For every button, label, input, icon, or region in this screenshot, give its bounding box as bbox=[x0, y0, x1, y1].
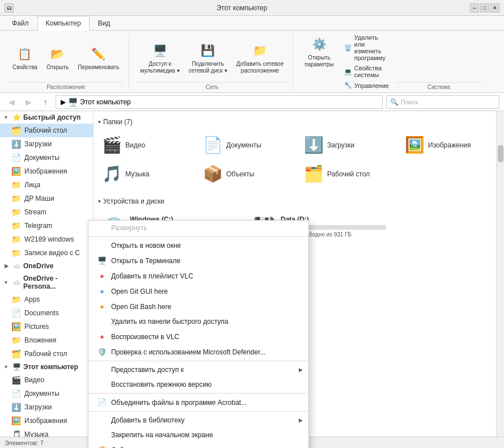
desktop-icon: 🗂️ bbox=[11, 126, 21, 135]
folder-item-downloads[interactable]: ⬇️ Загрузки bbox=[300, 133, 396, 157]
ctx-item-add-archive[interactable]: 📦 Добавить в архив... bbox=[88, 442, 308, 448]
sidebar-item-litsa[interactable]: 📁 Лица bbox=[0, 178, 93, 192]
ribbon-remove-program[interactable]: 🗑️ Удалить или изменить программу bbox=[342, 33, 391, 62]
system-properties-icon: 💻 bbox=[344, 68, 352, 75]
sidebar-item-downloads[interactable]: ⬇️ Загрузки bbox=[0, 137, 93, 151]
ctx-item-share-access[interactable]: Предоставить доступ к bbox=[88, 362, 308, 377]
scrollbar[interactable] bbox=[496, 111, 504, 448]
devices-header-label: Устройства и диски bbox=[103, 197, 164, 205]
ribbon-item-add-location[interactable]: 📁 Добавить сетевоерасположение bbox=[233, 39, 287, 77]
ctx-vlc-playlist-label: Добавить в плейлист VLC bbox=[111, 272, 193, 280]
ctx-add-archive-label: Добавить в архив... bbox=[111, 446, 172, 449]
folder-item-video[interactable]: 🎬 Видео bbox=[98, 133, 194, 157]
folder-item-music[interactable]: 🎵 Музыка bbox=[98, 162, 194, 186]
sidebar-item-stream[interactable]: 📁 Stream bbox=[0, 205, 93, 219]
properties-group-label: Расположение bbox=[9, 82, 123, 90]
sidebar-group-onedrive-personal[interactable]: ▾ ☁️ OneDrive - Persona... bbox=[0, 272, 93, 293]
documents-pc-label: Документы bbox=[24, 390, 60, 398]
maximize-button[interactable]: □ bbox=[480, 3, 489, 12]
ribbon-item-network-drive[interactable]: 💾 Подключитьсетевой диск ▾ bbox=[185, 39, 231, 77]
ctx-item-open-new-window[interactable]: Открыть в новом окне bbox=[88, 238, 308, 253]
ctx-separator-2 bbox=[88, 361, 308, 361]
ribbon-management[interactable]: 🔧 Управление bbox=[342, 81, 391, 90]
quick-access-icon: ⭐ bbox=[12, 113, 21, 121]
back-button[interactable]: ◀ bbox=[5, 95, 18, 109]
close-button[interactable]: ✕ bbox=[490, 3, 499, 12]
video-icon: 🎬 bbox=[11, 375, 21, 384]
ctx-item-acrobat[interactable]: 📄 Объединить файлы в программе Acrobat..… bbox=[88, 395, 308, 410]
ctx-item-defender[interactable]: 🛡️ Проверка с использованием Microsoft D… bbox=[88, 344, 308, 360]
sidebar-item-documents[interactable]: 📄 Документы bbox=[0, 151, 93, 164]
folder-item-objects[interactable]: 📦 Объекты bbox=[199, 162, 295, 186]
sidebar-group-this-computer[interactable]: ▾ 🖥️ Этот компьютер bbox=[0, 361, 93, 373]
vlozhenia-label: Вложения bbox=[24, 336, 56, 344]
sidebar-item-vlozhenia[interactable]: 📁 Вложения bbox=[0, 333, 93, 347]
documents-pc-icon: 📄 bbox=[11, 389, 21, 398]
sidebar-group-quick-access[interactable]: ▾ ⭐ Быстрый доступ bbox=[0, 111, 93, 124]
sidebar-item-telegram[interactable]: 📁 Telegram bbox=[0, 219, 93, 233]
tab-computer[interactable]: Компьютер bbox=[37, 16, 90, 31]
sidebar-item-images-pc[interactable]: 🖼️ Изображения bbox=[0, 414, 93, 428]
address-path[interactable]: ▶ 🖥️ Этот компьютер bbox=[56, 95, 383, 109]
ribbon-item-open[interactable]: 📂 Открыть bbox=[43, 43, 72, 73]
folder-desktop-label: Рабочий стол bbox=[327, 170, 370, 178]
folder-item-documents[interactable]: 📄 Документы bbox=[199, 133, 295, 157]
ctx-item-vlc-playlist[interactable]: ● Добавить в плейлист VLC bbox=[88, 268, 308, 284]
ribbon-item-rename[interactable]: ✏️ Переименовать bbox=[74, 43, 122, 73]
open-label: Открыть bbox=[46, 64, 69, 71]
sidebar-item-pictures-od[interactable]: 🖼️ Pictures bbox=[0, 320, 93, 333]
ctx-item-vlc-play[interactable]: ● Воспроизвести в VLC bbox=[88, 329, 308, 344]
ribbon-tabs: Файл Компьютер Вид bbox=[0, 16, 504, 31]
system-group-label: Система bbox=[396, 82, 482, 90]
ribbon-item-settings[interactable]: ⚙️ Открытьпараметры bbox=[301, 33, 337, 70]
search-bar[interactable]: 🔍 Поиск bbox=[386, 95, 499, 109]
tab-file[interactable]: Файл bbox=[3, 16, 37, 31]
ctx-item-add-library[interactable]: Добавить в библиотеку bbox=[88, 413, 308, 428]
sidebar-item-apps[interactable]: 📁 Apps bbox=[0, 293, 93, 306]
w2189-icon: 📁 bbox=[11, 235, 21, 244]
tab-view[interactable]: Вид bbox=[90, 16, 119, 31]
sidebar-item-documents-pc[interactable]: 📄 Документы bbox=[0, 387, 93, 400]
ctx-pin-start-label: Закрепить на начальном экране bbox=[111, 431, 213, 439]
ribbon-item-multimedia[interactable]: 🖥️ Доступ кмультимедиа ▾ bbox=[137, 39, 183, 77]
ctx-item-git-gui[interactable]: ● Open Git GUI here bbox=[88, 284, 308, 299]
ctx-item-git-bash[interactable]: ● Open Git Bash here bbox=[88, 299, 308, 314]
scrollbar-thumb[interactable] bbox=[498, 145, 503, 162]
properties-label: Свойства bbox=[12, 64, 37, 71]
up-button[interactable]: ↑ bbox=[39, 95, 52, 109]
folder-objects-label: Объекты bbox=[226, 170, 255, 178]
sidebar-item-zapisi[interactable]: 📁 Записи видео с С bbox=[0, 246, 93, 260]
minimize-button[interactable]: ─ bbox=[470, 3, 479, 12]
folder-item-images[interactable]: 🖼️ Изображения bbox=[401, 133, 497, 157]
folder-item-desktop[interactable]: 🗂️ Рабочий стол bbox=[300, 162, 396, 186]
ctx-item-remove-quick-access[interactable]: Удалить из панели быстрого доступа bbox=[88, 314, 308, 329]
sidebar-group-onedrive[interactable]: ▶ ☁️ OneDrive bbox=[0, 260, 93, 272]
quick-access-label: Быстрый доступ bbox=[23, 113, 81, 121]
stream-icon: 📁 bbox=[11, 208, 21, 217]
ctx-item-open-terminal[interactable]: 🖥️ Открыть в Терминале bbox=[88, 253, 308, 268]
sidebar-item-desktop-od[interactable]: 🗂️ Рабочий стол bbox=[0, 347, 93, 361]
sidebar-item-video[interactable]: 🎬 Видео bbox=[0, 373, 93, 387]
ctx-item-pin-start[interactable]: Закрепить на начальном экране bbox=[88, 428, 308, 442]
sidebar-item-documents-od[interactable]: 📄 Documents bbox=[0, 306, 93, 320]
search-icon: 🔍 bbox=[390, 98, 399, 106]
ribbon-group-properties-items: 📋 Свойства 📂 Открыть ✏️ Переименовать bbox=[9, 33, 123, 82]
sidebar-item-desktop[interactable]: 🗂️ Рабочий стол bbox=[0, 124, 93, 137]
ribbon-system-properties[interactable]: 💻 Свойства системы bbox=[342, 64, 391, 79]
add-location-icon: 📁 bbox=[251, 41, 269, 60]
path-this-computer: Этот компьютер bbox=[80, 98, 131, 106]
forward-button[interactable]: ▶ bbox=[22, 95, 35, 109]
sidebar-item-downloads-pc[interactable]: ⬇️ Загрузки bbox=[0, 400, 93, 414]
multimedia-label: Доступ кмультимедиа ▾ bbox=[141, 61, 180, 74]
path-separator: ▶ bbox=[61, 98, 66, 106]
sidebar-item-images[interactable]: 🖼️ Изображения bbox=[0, 164, 93, 178]
images-icon: 🖼️ bbox=[11, 167, 21, 176]
sidebar-item-dr-mashi[interactable]: 📁 ДР Маши bbox=[0, 192, 93, 205]
title-bar: 🗂 Этот компьютер ─ □ ✕ bbox=[0, 0, 504, 16]
ribbon-item-properties[interactable]: 📋 Свойства bbox=[9, 43, 41, 73]
ctx-item-restore-version[interactable]: Восстановить прежнюю версию bbox=[88, 377, 308, 392]
ctx-share-access-label: Предоставить доступ к bbox=[111, 366, 184, 374]
sidebar-item-w2189[interactable]: 📁 W2189 windows bbox=[0, 233, 93, 246]
pictures-od-label: Pictures bbox=[24, 323, 49, 331]
management-icon: 🔧 bbox=[344, 82, 352, 89]
